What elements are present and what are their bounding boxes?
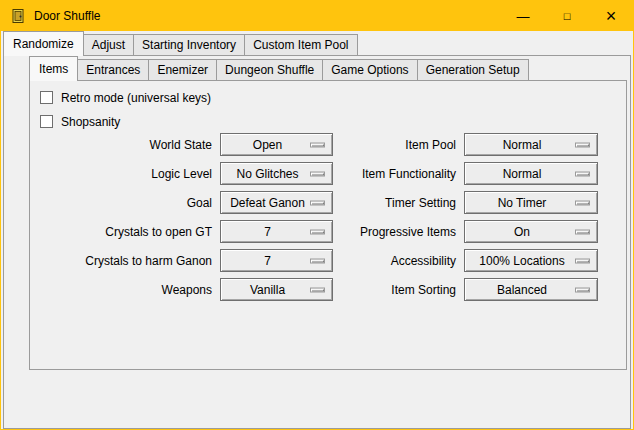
minimize-icon: — <box>517 10 530 23</box>
tab-enemizer[interactable]: Enemizer <box>148 59 217 80</box>
goal-dropdown[interactable]: Defeat Ganon <box>220 191 333 214</box>
window-title: Door Shuffle <box>34 9 101 23</box>
dropdown-indicator-icon <box>310 229 325 234</box>
crystals-harm-ganon-value: 7 <box>264 254 271 268</box>
world-state-value: Open <box>253 138 282 152</box>
item-pool-label: Item Pool <box>341 138 456 152</box>
item-sorting-dropdown[interactable]: Balanced <box>464 278 598 301</box>
randomize-sub-tabbar: Items Entrances Enemizer Dungeon Shuffle… <box>29 58 528 80</box>
timer-setting-label: Timer Setting <box>341 196 456 210</box>
item-functionality-value: Normal <box>503 167 542 181</box>
shopsanity-checkbox-label: Shopsanity <box>61 115 120 129</box>
accessibility-label: Accessibility <box>341 254 456 268</box>
dropdown-indicator-icon <box>575 171 590 176</box>
tab-items[interactable]: Items <box>29 56 78 81</box>
crystals-open-gt-dropdown[interactable]: 7 <box>220 220 333 243</box>
dropdown-indicator-icon <box>310 287 325 292</box>
options-grid: World State Open Item Pool Normal Logic … <box>32 133 598 301</box>
crystals-open-gt-label: Crystals to open GT <box>32 225 212 239</box>
door-shuffle-window: Door Shuffle — □ × Randomize Adjust Star… <box>0 0 634 430</box>
tab-entrances[interactable]: Entrances <box>77 59 149 80</box>
retro-mode-checkbox[interactable]: Retro mode (universal keys) <box>40 89 211 106</box>
tab-starting-inventory[interactable]: Starting Inventory <box>133 34 245 55</box>
item-sorting-label: Item Sorting <box>341 283 456 297</box>
crystals-harm-ganon-label: Crystals to harm Ganon <box>32 254 212 268</box>
item-functionality-label: Item Functionality <box>341 167 456 181</box>
retro-mode-checkbox-box[interactable] <box>40 91 53 104</box>
dropdown-indicator-icon <box>575 287 590 292</box>
logic-level-label: Logic Level <box>32 167 212 181</box>
weapons-value: Vanilla <box>250 283 285 297</box>
tab-custom-item-pool[interactable]: Custom Item Pool <box>244 34 357 55</box>
item-pool-dropdown[interactable]: Normal <box>464 133 598 156</box>
world-state-dropdown[interactable]: Open <box>220 133 333 156</box>
tab-dungeon-shuffle[interactable]: Dungeon Shuffle <box>216 59 323 80</box>
goal-value: Defeat Ganon <box>230 196 305 210</box>
minimize-button[interactable]: — <box>501 1 545 31</box>
progressive-items-dropdown[interactable]: On <box>464 220 598 243</box>
dropdown-indicator-icon <box>575 229 590 234</box>
retro-mode-checkbox-label: Retro mode (universal keys) <box>61 91 211 105</box>
world-state-label: World State <box>32 138 212 152</box>
accessibility-dropdown[interactable]: 100% Locations <box>464 249 598 272</box>
timer-setting-dropdown[interactable]: No Timer <box>464 191 598 214</box>
item-sorting-value: Balanced <box>497 283 547 297</box>
main-tabbar: Randomize Adjust Starting Inventory Cust… <box>3 33 357 55</box>
tab-game-options[interactable]: Game Options <box>322 59 417 80</box>
accessibility-value: 100% Locations <box>479 254 564 268</box>
item-functionality-dropdown[interactable]: Normal <box>464 162 598 185</box>
logic-level-value: No Glitches <box>236 167 298 181</box>
progressive-items-value: On <box>514 225 530 239</box>
dropdown-indicator-icon <box>310 258 325 263</box>
item-pool-value: Normal <box>503 138 542 152</box>
dropdown-indicator-icon <box>575 200 590 205</box>
weapons-label: Weapons <box>32 283 212 297</box>
shopsanity-checkbox[interactable]: Shopsanity <box>40 113 120 130</box>
titlebar[interactable]: Door Shuffle — □ × <box>1 1 633 31</box>
dropdown-indicator-icon <box>310 171 325 176</box>
goal-label: Goal <box>32 196 212 210</box>
close-icon: × <box>606 7 617 25</box>
dropdown-indicator-icon <box>310 200 325 205</box>
crystals-open-gt-value: 7 <box>264 225 271 239</box>
maximize-button[interactable]: □ <box>545 1 589 31</box>
items-tab-pane: Retro mode (universal keys) Shopsanity W… <box>29 80 627 370</box>
progressive-items-label: Progressive Items <box>341 225 456 239</box>
shopsanity-checkbox-box[interactable] <box>40 115 53 128</box>
app-icon[interactable] <box>10 8 26 24</box>
tab-randomize[interactable]: Randomize <box>3 31 84 56</box>
close-button[interactable]: × <box>589 1 633 31</box>
dropdown-indicator-icon <box>310 142 325 147</box>
tab-generation-setup[interactable]: Generation Setup <box>417 59 529 80</box>
crystals-harm-ganon-dropdown[interactable]: 7 <box>220 249 333 272</box>
weapons-dropdown[interactable]: Vanilla <box>220 278 333 301</box>
dropdown-indicator-icon <box>575 142 590 147</box>
dropdown-indicator-icon <box>575 258 590 263</box>
maximize-icon: □ <box>564 11 571 22</box>
timer-setting-value: No Timer <box>498 196 547 210</box>
tab-adjust[interactable]: Adjust <box>83 34 134 55</box>
logic-level-dropdown[interactable]: No Glitches <box>220 162 333 185</box>
